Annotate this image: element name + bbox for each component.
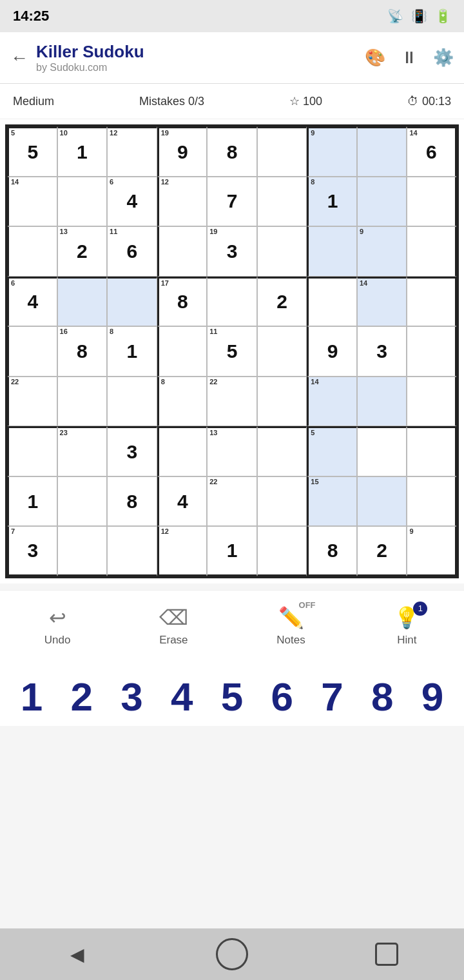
cell[interactable]: 178 [157,277,208,327]
cell[interactable] [57,177,108,227]
numpad-button-4[interactable]: 4 [160,674,204,720]
cell[interactable] [357,476,407,527]
palette-icon[interactable]: 🎨 [365,48,385,68]
cell[interactable] [407,177,457,227]
cell[interactable] [407,426,457,476]
cell[interactable] [257,476,307,527]
cell[interactable]: 81 [107,326,157,377]
cell[interactable] [57,476,108,527]
cell[interactable]: 1 [207,526,257,576]
recents-nav-button[interactable] [367,935,406,974]
cell[interactable]: 8 [207,126,257,177]
settings-icon[interactable]: ⚙️ [433,48,454,68]
cell[interactable] [107,277,157,327]
cell[interactable]: 3 [107,426,157,476]
cell[interactable] [257,126,307,177]
cell[interactable] [257,177,307,227]
home-nav-button[interactable] [213,935,251,974]
cell[interactable] [407,277,457,327]
cell[interactable] [257,426,307,476]
numpad-button-2[interactable]: 2 [60,674,104,720]
cell[interactable]: 22 [7,377,57,427]
cell[interactable]: 168 [57,326,108,377]
cell[interactable]: 115 [207,326,257,377]
cell[interactable] [257,326,307,377]
cell[interactable] [7,326,57,377]
cell[interactable]: 8 [107,476,157,527]
cell[interactable]: 2 [257,277,307,327]
cell[interactable]: 12 [157,526,208,576]
cell[interactable] [307,277,357,327]
cell[interactable] [57,277,108,327]
numpad-button-1[interactable]: 1 [10,674,53,720]
cell[interactable]: 132 [57,226,108,277]
cell[interactable] [407,377,457,427]
cell[interactable]: 146 [407,126,457,177]
cell[interactable] [107,526,157,576]
erase-button[interactable]: ⌫ Erase [159,605,188,647]
numpad-button-5[interactable]: 5 [210,674,254,720]
pause-icon[interactable]: ⏸ [401,48,418,68]
cell[interactable] [157,226,208,277]
cell[interactable]: 12 [157,177,208,227]
cell[interactable] [107,377,157,427]
numpad-button-9[interactable]: 9 [411,674,454,720]
cell[interactable]: 14 [307,377,357,427]
cell[interactable] [157,426,208,476]
cell[interactable]: 12 [107,126,157,177]
cell[interactable]: 193 [207,226,257,277]
cell[interactable]: 23 [57,426,108,476]
cell[interactable]: 22 [207,377,257,427]
cell[interactable]: 73 [7,526,57,576]
sudoku-grid[interactable]: 5510112199891461464127811321161939641782… [5,124,459,578]
cell[interactable] [207,277,257,327]
cell[interactable]: 4 [157,476,208,527]
cell[interactable] [407,326,457,377]
cell[interactable]: 5 [307,426,357,476]
cell[interactable]: 9 [407,526,457,576]
cell[interactable]: 13 [207,426,257,476]
cell[interactable] [357,426,407,476]
cell[interactable]: 116 [107,226,157,277]
cell[interactable] [407,226,457,277]
cell[interactable]: 1 [7,476,57,527]
cell[interactable] [357,126,407,177]
cell[interactable] [257,526,307,576]
cell[interactable]: 2 [357,526,407,576]
cell[interactable]: 22 [207,476,257,527]
cell[interactable]: 14 [357,277,407,327]
cell[interactable]: 7 [207,177,257,227]
cell[interactable]: 9 [357,226,407,277]
cell[interactable]: 3 [357,326,407,377]
numpad-button-6[interactable]: 6 [260,674,304,720]
cell[interactable]: 9 [307,326,357,377]
numpad-button-3[interactable]: 3 [110,674,153,720]
cell[interactable]: 55 [7,126,57,177]
cell[interactable] [257,226,307,277]
cell[interactable] [7,426,57,476]
cell[interactable] [57,526,108,576]
back-nav-button[interactable]: ◀ [58,935,97,974]
cell[interactable] [307,226,357,277]
undo-button[interactable]: ↩ Undo [44,605,71,647]
cell[interactable] [407,476,457,527]
cell[interactable]: 15 [307,476,357,527]
cell[interactable]: 8 [157,377,208,427]
cell[interactable] [257,377,307,427]
cell[interactable] [157,326,208,377]
numpad-button-8[interactable]: 8 [360,674,404,720]
back-button[interactable]: ← [10,48,28,68]
cell[interactable] [357,177,407,227]
numpad-button-7[interactable]: 7 [310,674,354,720]
cell[interactable] [7,226,57,277]
hint-button[interactable]: 💡 1 Hint [394,605,420,647]
cell[interactable]: 14 [7,177,57,227]
cell[interactable]: 81 [307,177,357,227]
cell[interactable]: 9 [307,126,357,177]
cell[interactable] [357,377,407,427]
cell[interactable]: 8 [307,526,357,576]
cell[interactable]: 101 [57,126,108,177]
cell[interactable]: 64 [7,277,57,327]
cell[interactable]: 199 [157,126,208,177]
notes-button[interactable]: ✏️ OFF Notes [276,605,305,647]
